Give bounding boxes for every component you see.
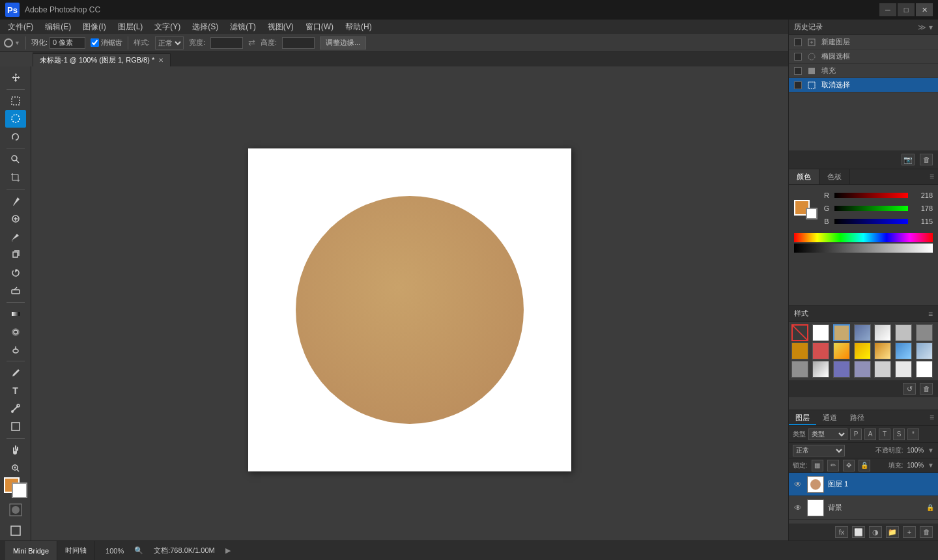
color-preview-boxes[interactable] <box>794 200 817 219</box>
swap-icon[interactable]: ⇄ <box>248 38 255 48</box>
eyedropper-tool[interactable] <box>5 192 26 210</box>
style-6[interactable] <box>916 324 933 341</box>
style-14[interactable] <box>791 361 808 378</box>
ellipse-marquee-tool[interactable] <box>5 110 26 128</box>
maximize-button[interactable]: □ <box>898 3 915 16</box>
heal-tool[interactable] <box>5 210 26 228</box>
new-layer-btn[interactable]: + <box>903 526 916 538</box>
history-item-deselect[interactable]: 取消选择 <box>789 78 938 92</box>
gray-spectrum[interactable] <box>794 244 933 253</box>
fill-arrow[interactable]: ▼ <box>928 462 934 469</box>
menu-layer[interactable]: 图层(L) <box>113 20 149 34</box>
style-delete-btn[interactable]: 🗑 <box>920 383 933 395</box>
history-panel-icons[interactable]: ≫ ▾ <box>918 23 933 32</box>
shape-tool[interactable] <box>5 418 26 436</box>
add-fx-btn[interactable]: fx <box>835 526 848 538</box>
add-mask-btn[interactable]: ⬜ <box>852 526 865 538</box>
dodge-tool[interactable] <box>5 341 26 359</box>
close-button[interactable]: ✕ <box>916 3 933 16</box>
quick-select-tool[interactable] <box>5 151 26 169</box>
status-expand[interactable]: ▶ <box>225 546 231 555</box>
tab-paths[interactable]: 路径 <box>844 410 871 425</box>
add-adjustment-btn[interactable]: ◑ <box>869 526 882 538</box>
menu-help[interactable]: 帮助(H) <box>340 20 377 34</box>
antialias-label[interactable]: 消锯齿 <box>91 38 122 48</box>
history-snapshot-btn[interactable]: 📷 <box>902 154 915 165</box>
style-10[interactable] <box>854 343 871 359</box>
tab-layers[interactable]: 图层 <box>789 410 816 425</box>
opacity-arrow[interactable]: ▼ <box>928 447 934 454</box>
style-12[interactable] <box>895 343 912 359</box>
tab-color[interactable]: 颜色 <box>789 169 819 184</box>
style-3[interactable] <box>854 324 871 341</box>
color-panel-menu[interactable]: ≡ <box>926 169 938 184</box>
blur-tool[interactable] <box>5 323 26 341</box>
background-color[interactable] <box>12 483 27 498</box>
menu-image[interactable]: 图像(I) <box>78 20 111 34</box>
text-tool[interactable]: T <box>5 382 26 400</box>
brush-tool[interactable] <box>5 228 26 245</box>
hand-tool[interactable] <box>5 441 26 459</box>
tab-close-button[interactable]: ✕ <box>158 57 163 64</box>
layer-visibility-1[interactable]: 👁 <box>793 479 803 490</box>
style-15[interactable] <box>812 361 829 378</box>
menu-window[interactable]: 窗口(W) <box>300 20 339 34</box>
lock-transparent-btn[interactable]: ▦ <box>812 460 823 471</box>
menu-edit[interactable]: 编辑(E) <box>40 20 76 34</box>
eraser-tool[interactable] <box>5 282 26 300</box>
style-2[interactable] <box>833 324 850 341</box>
color-boxes[interactable] <box>4 477 27 498</box>
style-4[interactable] <box>874 324 891 341</box>
status-tab-minibridge[interactable]: Mini Bridge <box>5 541 57 560</box>
antialias-checkbox[interactable] <box>91 38 99 47</box>
style-1[interactable] <box>812 324 829 341</box>
clone-tool[interactable] <box>5 246 26 264</box>
bg-color-box[interactable] <box>806 208 817 219</box>
move-tool[interactable] <box>5 69 26 87</box>
history-brush-tool[interactable] <box>5 264 26 282</box>
style-13[interactable] <box>916 343 933 359</box>
layer-filter-smart[interactable]: * <box>907 428 919 440</box>
style-refresh-btn[interactable]: ↺ <box>903 383 916 395</box>
zoom-icon[interactable]: 🔍 <box>134 546 143 555</box>
menu-file[interactable]: 文件(F) <box>3 20 38 34</box>
color-spectrum[interactable] <box>794 233 933 242</box>
menu-filter[interactable]: 滤镜(T) <box>225 20 261 34</box>
lasso-tool[interactable] <box>5 128 26 146</box>
minimize-button[interactable]: ─ <box>879 3 896 16</box>
height-input[interactable] <box>282 37 315 49</box>
layer-filter-pixel[interactable]: P <box>850 428 862 440</box>
history-delete-btn[interactable]: 🗑 <box>920 154 933 165</box>
style-7[interactable] <box>791 343 808 359</box>
layers-filter-select[interactable]: 类型 <box>808 428 847 440</box>
history-item-fill[interactable]: 填充 <box>789 64 938 78</box>
pen-tool[interactable] <box>5 364 26 382</box>
lock-position-btn[interactable]: ✥ <box>843 460 855 471</box>
lock-pixel-btn[interactable]: ✏ <box>827 460 839 471</box>
style-16[interactable] <box>833 361 850 378</box>
style-select[interactable]: 正常 <box>155 36 184 49</box>
document-tab[interactable]: 未标题-1 @ 100% (图层 1, RGB/8) * ✕ <box>33 53 171 66</box>
style-20[interactable] <box>916 361 933 378</box>
style-18[interactable] <box>874 361 891 378</box>
status-tab-timeline[interactable]: 时间轴 <box>57 541 95 560</box>
blend-mode-select[interactable]: 正常 <box>793 445 845 456</box>
style-none[interactable] <box>791 324 808 341</box>
menu-text[interactable]: 文字(Y) <box>149 20 186 34</box>
style-5[interactable] <box>895 324 912 341</box>
style-11[interactable] <box>874 343 891 359</box>
layer-filter-shape[interactable]: S <box>893 428 905 440</box>
feather-input[interactable] <box>50 37 85 49</box>
history-item-new-layer[interactable]: 新建图层 <box>789 35 938 49</box>
layer-filter-adjust[interactable]: A <box>864 428 876 440</box>
lock-all-btn[interactable]: 🔒 <box>859 460 870 471</box>
styles-panel-icons[interactable]: ≡ <box>928 309 933 318</box>
history-panel-menu[interactable]: ≫ <box>918 23 926 32</box>
add-group-btn[interactable]: 📁 <box>886 526 899 538</box>
history-item-ellipse[interactable]: 椭圆选框 <box>789 49 938 64</box>
width-input[interactable] <box>210 37 243 49</box>
crop-tool[interactable] <box>5 169 26 187</box>
rect-marquee-tool[interactable] <box>5 92 26 109</box>
zoom-tool[interactable] <box>5 459 26 477</box>
menu-view[interactable]: 视图(V) <box>263 20 299 34</box>
